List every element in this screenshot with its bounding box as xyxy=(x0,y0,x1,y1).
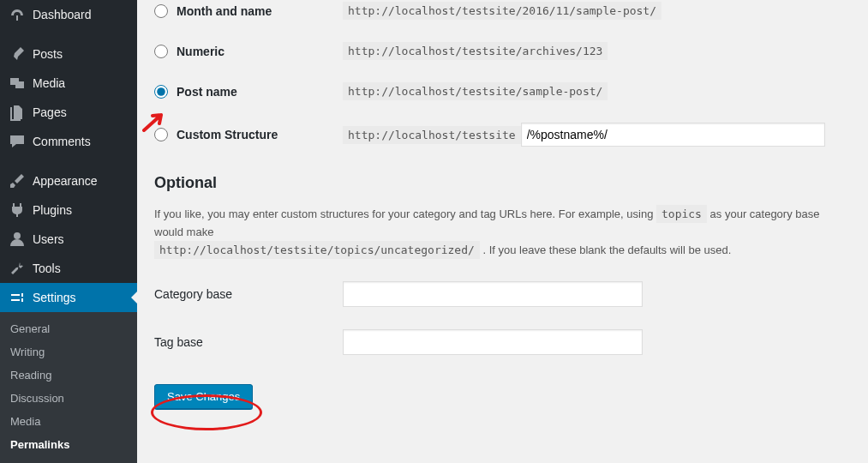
sidebar-item-label: Settings xyxy=(33,291,76,304)
media-icon xyxy=(9,75,26,92)
annotation-circle xyxy=(151,394,262,430)
sidebar-item-label: Tools xyxy=(33,262,61,275)
desc-text: If you like, you may enter custom struct… xyxy=(154,207,656,220)
settings-submenu: General Writing Reading Discussion Media… xyxy=(0,312,137,463)
option-example: http://localhost/testsite/sample-post/ xyxy=(343,82,608,100)
submenu-permalinks[interactable]: Permalinks xyxy=(0,433,137,456)
optional-heading: Optional xyxy=(154,174,851,192)
sidebar-item-label: Plugins xyxy=(33,203,72,217)
option-label: Numeric xyxy=(177,45,224,58)
sidebar-item-comments[interactable]: Comments xyxy=(0,127,137,156)
radio-month-name[interactable] xyxy=(154,4,168,18)
tools-icon xyxy=(9,260,26,277)
option-label: Custom Structure xyxy=(177,128,278,141)
dashboard-icon xyxy=(9,6,26,23)
custom-base-url: http://localhost/testsite xyxy=(343,126,521,144)
sidebar-item-appearance[interactable]: Appearance xyxy=(0,166,137,195)
submenu-writing[interactable]: Writing xyxy=(0,340,137,364)
sidebar-item-label: Comments xyxy=(33,135,91,148)
submenu-general[interactable]: General xyxy=(0,317,137,340)
permalink-option-custom[interactable]: Custom Structure xyxy=(154,128,343,141)
sidebar-item-settings[interactable]: Settings xyxy=(0,283,137,312)
sidebar-item-dashboard[interactable]: Dashboard xyxy=(0,0,137,29)
option-label: Month and name xyxy=(177,4,272,18)
sidebar-item-label: Appearance xyxy=(33,174,98,188)
plug-icon xyxy=(9,201,26,219)
sidebar-item-media[interactable]: Media xyxy=(0,69,137,98)
main-content: Month and name http://localhost/testsite… xyxy=(137,0,868,463)
admin-sidebar: Dashboard Posts Media Pages Comments App… xyxy=(0,0,137,463)
sidebar-item-tools[interactable]: Tools xyxy=(0,254,137,283)
desc-text: . If you leave these blank the defaults … xyxy=(482,244,731,256)
radio-numeric[interactable] xyxy=(154,45,168,58)
pin-icon xyxy=(9,45,26,63)
tag-base-label: Tag base xyxy=(154,335,343,349)
desc-code: http://localhost/testsite/topics/uncateg… xyxy=(154,241,480,259)
comment-icon xyxy=(9,133,26,150)
sidebar-item-users[interactable]: Users xyxy=(0,225,137,254)
sidebar-item-label: Users xyxy=(33,232,64,246)
pages-icon xyxy=(9,104,26,121)
user-icon xyxy=(9,231,26,248)
sidebar-item-posts[interactable]: Posts xyxy=(0,39,137,69)
custom-structure-input[interactable] xyxy=(521,123,825,147)
sidebar-item-plugins[interactable]: Plugins xyxy=(0,195,137,225)
settings-icon xyxy=(9,289,26,306)
sidebar-item-pages[interactable]: Pages xyxy=(0,98,137,127)
annotation-arrow-icon xyxy=(142,111,168,132)
sidebar-item-label: Media xyxy=(33,76,65,90)
category-base-input[interactable] xyxy=(343,281,643,307)
permalink-option-month-name[interactable]: Month and name xyxy=(154,4,343,18)
submenu-discussion[interactable]: Discussion xyxy=(0,387,137,410)
permalink-option-numeric[interactable]: Numeric xyxy=(154,45,343,58)
optional-description: If you like, you may enter custom struct… xyxy=(154,206,851,259)
sidebar-item-label: Dashboard xyxy=(33,8,92,21)
brush-icon xyxy=(9,172,26,189)
option-example: http://localhost/testsite/archives/123 xyxy=(343,42,608,60)
desc-code: topics xyxy=(656,205,707,223)
sidebar-item-label: Pages xyxy=(33,105,67,119)
option-example: http://localhost/testsite/2016/11/sample… xyxy=(343,2,661,20)
sidebar-item-label: Posts xyxy=(33,47,63,61)
category-base-label: Category base xyxy=(154,287,343,301)
option-label: Post name xyxy=(177,85,237,99)
permalink-option-post-name[interactable]: Post name xyxy=(154,85,343,99)
radio-post-name[interactable] xyxy=(154,85,168,99)
submenu-reading[interactable]: Reading xyxy=(0,364,137,387)
tag-base-input[interactable] xyxy=(343,329,643,355)
submenu-media[interactable]: Media xyxy=(0,410,137,433)
